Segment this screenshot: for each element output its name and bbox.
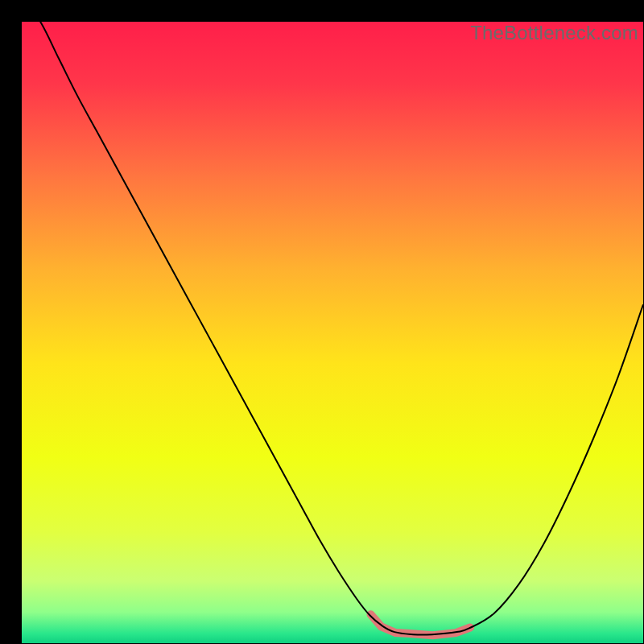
chart-plot-area: TheBottleneck.com bbox=[22, 22, 643, 643]
watermark-label: TheBottleneck.com bbox=[470, 22, 638, 44]
chart-svg bbox=[22, 22, 643, 643]
gradient-background bbox=[22, 22, 643, 643]
chart-frame: TheBottleneck.com bbox=[10, 10, 634, 634]
